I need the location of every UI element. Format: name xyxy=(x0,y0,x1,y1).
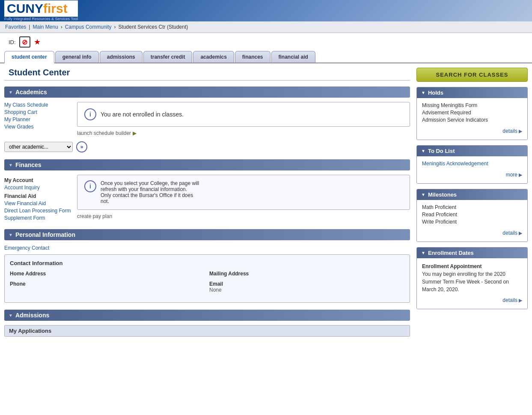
logo-first: first xyxy=(43,1,68,15)
view-financial-aid-link[interactable]: View Financial Aid xyxy=(4,200,73,206)
breadcrumb-current: Student Services Ctr (Student) xyxy=(119,24,188,30)
admissions-title: Admissions xyxy=(15,312,49,319)
search-for-classes-button[interactable]: Search For Classes xyxy=(416,68,528,82)
main: Student Center ▼ Academics My Class Sche… xyxy=(0,63,532,348)
holds-item-1: Missing Meningitis Form xyxy=(422,102,522,108)
admissions-header: ▼ Admissions xyxy=(4,310,410,321)
breadcrumb-main-menu[interactable]: Main Menu xyxy=(33,24,58,30)
holds-item-2: Advisement Required xyxy=(422,110,522,116)
go-button[interactable]: » xyxy=(76,141,87,152)
academics-title: Academics xyxy=(15,89,47,96)
star-icon[interactable]: ★ xyxy=(34,37,41,47)
enrollment-details-play-icon: ▶ xyxy=(519,298,522,303)
shopping-cart-link[interactable]: Shopping Cart xyxy=(4,109,73,115)
holds-item-3: Admission Service Indicators xyxy=(422,117,522,123)
mailing-address-field: Mailing Address xyxy=(209,271,404,277)
finances-content: My Account Account Inquiry Financial Aid… xyxy=(4,175,410,222)
holds-details-play-icon: ▶ xyxy=(519,128,522,134)
home-address-field: Home Address xyxy=(10,271,205,277)
finances-info-box: i Once you select your College, the page… xyxy=(77,175,410,210)
tab-finances[interactable]: finances xyxy=(235,51,270,63)
enrollment-details-row: details ▶ xyxy=(422,293,522,305)
enrollment-body-text: You may begin enrolling for the 2020 Sum… xyxy=(422,271,509,293)
logo: CUNYfirst xyxy=(4,0,78,17)
other-academic-dropdown[interactable]: other academic... Course History Enrollm… xyxy=(4,142,73,152)
other-academic-row: other academic... Course History Enrollm… xyxy=(4,141,410,152)
milestones-widget-title: Milestones xyxy=(428,191,457,198)
enrollment-appointment-title: Enrollment Appointment xyxy=(422,263,482,269)
milestones-widget-header: ▼ Milestones xyxy=(417,189,527,200)
header: CUNYfirst Fully Integrated Resources & S… xyxy=(0,0,532,21)
admissions-section: ▼ Admissions My Applications xyxy=(4,310,410,337)
view-grades-link[interactable]: View Grades xyxy=(4,124,73,130)
contact-info-box: Contact Information Home Address Mailing… xyxy=(4,254,410,303)
tab-admissions[interactable]: admissions xyxy=(100,51,143,63)
emergency-contact-link[interactable]: Emergency Contact xyxy=(4,245,49,251)
todo-more-row: more ▶ xyxy=(422,168,522,179)
meningitis-acknowledgement-link[interactable]: Meningitis Acknowledgement xyxy=(422,161,522,167)
personal-links: Emergency Contact xyxy=(4,245,410,251)
breadcrumb: Favorites | Main Menu › Campus Community… xyxy=(0,21,532,33)
tabs: student center general info admissions t… xyxy=(0,51,532,63)
todo-widget-title: To Do List xyxy=(428,148,455,154)
todo-more-label: more xyxy=(506,172,517,178)
my-account-label: My Account xyxy=(4,177,73,183)
enrollment-widget-title: Enrollment Dates xyxy=(428,250,474,256)
milestones-item-1: Math Proficient xyxy=(422,204,522,210)
breadcrumb-favorites[interactable]: Favorites xyxy=(5,24,26,30)
todo-more-link[interactable]: more ▶ xyxy=(506,172,522,178)
personal-info-section: ▼ Personal Information Emergency Contact… xyxy=(4,229,410,303)
holds-widget-body: Missing Meningitis Form Advisement Requi… xyxy=(417,98,527,140)
milestones-item-2: Read Proficient xyxy=(422,212,522,218)
milestones-details-link[interactable]: details ▶ xyxy=(502,230,522,236)
tab-transfer-credit[interactable]: transfer credit xyxy=(143,51,193,63)
tab-student-center[interactable]: student center xyxy=(4,51,54,63)
holds-widget-title: Holds xyxy=(428,90,443,96)
academics-header: ▼ Academics xyxy=(4,87,410,98)
tab-general-info[interactable]: general info xyxy=(55,51,99,63)
not-enrolled-text: You are not enrolled in classes. xyxy=(101,111,184,118)
enrollment-text: Enrollment Appointment You may begin enr… xyxy=(422,263,522,293)
logo-subtitle: Fully Integrated Resources & Services To… xyxy=(4,17,78,21)
phone-field: Phone xyxy=(10,281,205,293)
milestones-details-row: details ▶ xyxy=(422,226,522,237)
enrollment-widget-body: Enrollment Appointment You may begin enr… xyxy=(417,258,527,309)
holds-details-row: details ▶ xyxy=(422,124,522,135)
holds-arrow-icon: ▼ xyxy=(421,90,425,95)
holds-details-label: details xyxy=(502,128,517,134)
my-class-schedule-link[interactable]: My Class Schedule xyxy=(4,102,73,108)
holds-details-link[interactable]: details ▶ xyxy=(502,128,522,134)
email-value: None xyxy=(209,287,404,293)
finances-title: Finances xyxy=(15,161,42,168)
enrollment-details-label: details xyxy=(502,297,517,303)
milestones-details-label: details xyxy=(502,230,517,236)
account-inquiry-link[interactable]: Account Inquiry xyxy=(4,185,73,191)
launch-builder-label: launch schedule builder xyxy=(77,130,131,136)
enrollment-details-link[interactable]: details ▶ xyxy=(502,297,522,303)
academics-content: My Class Schedule Shopping Cart My Plann… xyxy=(4,102,410,136)
id-icon[interactable]: ⊘ xyxy=(19,36,30,48)
holds-widget: ▼ Holds Missing Meningitis Form Adviseme… xyxy=(416,87,528,140)
tab-financial-aid[interactable]: financial aid xyxy=(271,51,315,63)
academics-arrow-icon: ▼ xyxy=(9,90,13,95)
my-applications-subtitle: My Applications xyxy=(4,325,410,337)
milestones-widget-body: Math Proficient Read Proficient Write Pr… xyxy=(417,200,527,242)
my-planner-link[interactable]: My Planner xyxy=(4,116,73,122)
enrollment-widget: ▼ Enrollment Dates Enrollment Appointmen… xyxy=(416,247,528,309)
academics-links: My Class Schedule Shopping Cart My Plann… xyxy=(4,102,73,136)
breadcrumb-campus-community[interactable]: Campus Community xyxy=(65,24,112,30)
supplement-form-link[interactable]: Supplement Form xyxy=(4,215,73,221)
email-field: Email None xyxy=(209,281,404,293)
tab-academics[interactable]: academics xyxy=(193,51,234,63)
logo-cuny: CUNY xyxy=(7,1,43,15)
right-panel: Search For Classes ▼ Holds Missing Menin… xyxy=(416,68,528,343)
todo-arrow-icon: ▼ xyxy=(421,149,425,153)
contact-info-title: Contact Information xyxy=(10,260,404,266)
not-enrolled-box: i You are not enrolled in classes. xyxy=(77,102,410,127)
create-pay-plan-link[interactable]: create pay plan xyxy=(77,213,112,219)
todo-widget-header: ▼ To Do List xyxy=(417,146,527,156)
milestones-details-play-icon: ▶ xyxy=(519,230,522,236)
launch-builder-link[interactable]: launch schedule builder ▶ xyxy=(77,130,137,136)
direct-loan-link[interactable]: Direct Loan Processing Form xyxy=(4,208,73,214)
holds-widget-header: ▼ Holds xyxy=(417,87,527,98)
